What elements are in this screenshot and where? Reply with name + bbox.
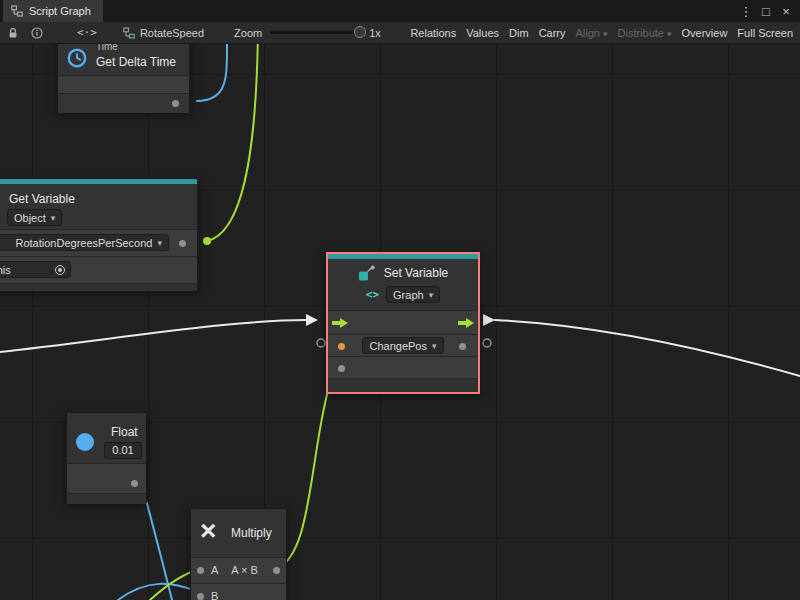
output-port[interactable] <box>273 567 280 574</box>
graph-toolbar: <·> RotateSpeed Zoom 1x Relations Values… <box>0 22 800 44</box>
script-graph-icon <box>11 5 23 17</box>
getvariable-output-port <box>203 237 211 245</box>
zoom-label: Zoom <box>234 27 262 39</box>
kebab-menu-icon[interactable]: ⋮ <box>738 4 754 19</box>
object-target-field[interactable]: This <box>0 261 71 278</box>
wire-green-getvariable-up <box>207 44 258 241</box>
tab-title: Script Graph <box>29 5 91 17</box>
node-get-variable[interactable]: Get Variable Object ▾ RotationDegreesPer… <box>0 178 198 290</box>
tab-script-graph[interactable]: Script Graph <box>3 0 103 22</box>
input-b-port[interactable] <box>197 593 204 600</box>
clock-icon <box>66 47 88 69</box>
relations-button[interactable]: Relations <box>405 22 461 44</box>
chevron-down-icon: ▾ <box>51 213 56 223</box>
output-label: A × B <box>221 564 268 576</box>
values-button[interactable]: Values <box>461 22 504 44</box>
float-value-input[interactable]: 0.01 <box>104 442 142 459</box>
node-get-delta-time[interactable]: Time Get Delta Time <box>57 44 190 112</box>
zoom-value: 1x <box>369 27 381 39</box>
output-port[interactable] <box>131 480 138 487</box>
input-b-label: B <box>211 590 218 600</box>
setvar-right-ring-port <box>483 339 491 347</box>
maximize-icon[interactable]: □ <box>758 4 774 19</box>
overview-button[interactable]: Overview <box>677 22 733 44</box>
graph-scope-icon: <> <box>366 288 379 301</box>
chevron-down-icon: ▾ <box>429 290 434 300</box>
edit-graph-icon[interactable]: <·> <box>77 26 97 39</box>
node-multiply[interactable]: × Multiply A A × B B <box>190 508 287 600</box>
lock-icon[interactable] <box>7 27 19 39</box>
fullscreen-button[interactable]: Full Screen <box>732 22 798 44</box>
object-picker-icon[interactable] <box>55 265 65 275</box>
input-a-port[interactable] <box>197 567 204 574</box>
close-icon[interactable]: × <box>778 4 794 19</box>
flow-out-arrow <box>483 314 495 326</box>
chevron-down-icon: ▾ <box>432 341 437 351</box>
variable-name-dropdown[interactable]: ChangePos ▾ <box>362 337 443 354</box>
node-float[interactable]: Float 0.01 <box>66 412 147 503</box>
carry-button[interactable]: Carry <box>534 22 571 44</box>
variable-scope-dropdown[interactable]: Object ▾ <box>7 209 62 226</box>
wire-blue-into-b <box>118 584 196 600</box>
chevron-down-icon: ▾ <box>603 29 608 39</box>
value-output-port[interactable] <box>459 343 466 350</box>
wire-flow-in-white <box>0 320 306 352</box>
flow-output-port[interactable] <box>458 318 474 328</box>
unity-window: Script Graph ⋮ □ × <·> RotateSpeed Zoom <box>0 0 800 600</box>
node-title: Get Variable <box>9 192 75 206</box>
zoom-slider-knob[interactable] <box>354 26 366 38</box>
graph-canvas[interactable]: Time Get Delta Time Get Variable Object … <box>0 44 800 600</box>
info-icon[interactable] <box>31 27 43 39</box>
wire-flow-out-white <box>495 320 800 376</box>
chevron-down-icon: ▾ <box>157 238 162 248</box>
variable-icon <box>358 265 376 281</box>
flow-in-arrow <box>306 314 318 326</box>
node-title: Float <box>111 425 138 439</box>
graph-asset-icon <box>123 27 135 39</box>
wire-blue-deltatime <box>197 44 228 101</box>
node-category: Time <box>96 44 118 52</box>
node-title: Get Delta Time <box>96 55 176 69</box>
variable-scope-dropdown[interactable]: Graph ▾ <box>386 286 440 303</box>
output-port[interactable] <box>172 100 179 107</box>
multiply-icon: × <box>200 511 216 551</box>
node-title: Multiply <box>231 526 272 540</box>
name-port[interactable] <box>179 240 186 247</box>
chevron-down-icon: ▾ <box>667 29 672 39</box>
window-controls: ⋮ □ × <box>738 0 800 22</box>
zoom-slider[interactable] <box>270 31 362 34</box>
float-icon <box>76 433 94 451</box>
align-button[interactable]: Align▾ <box>571 22 613 44</box>
distribute-button[interactable]: Distribute▾ <box>613 22 677 44</box>
fallback-input-port[interactable] <box>338 365 345 372</box>
flow-input-port[interactable] <box>332 318 348 328</box>
variable-name-dropdown[interactable]: RotationDegreesPerSecond ▾ <box>0 234 169 251</box>
node-title: Set Variable <box>384 266 448 280</box>
toolbar-buttons: Relations Values Dim Carry Align▾ Distri… <box>405 22 800 44</box>
node-set-variable[interactable]: Set Variable <> Graph ▾ <box>326 252 480 394</box>
dim-button[interactable]: Dim <box>504 22 534 44</box>
setvar-left-ring-port <box>317 339 325 347</box>
tab-bar: Script Graph ⋮ □ × <box>0 0 800 22</box>
graph-name-label: RotateSpeed <box>140 27 204 39</box>
input-a-label: A <box>211 564 218 576</box>
